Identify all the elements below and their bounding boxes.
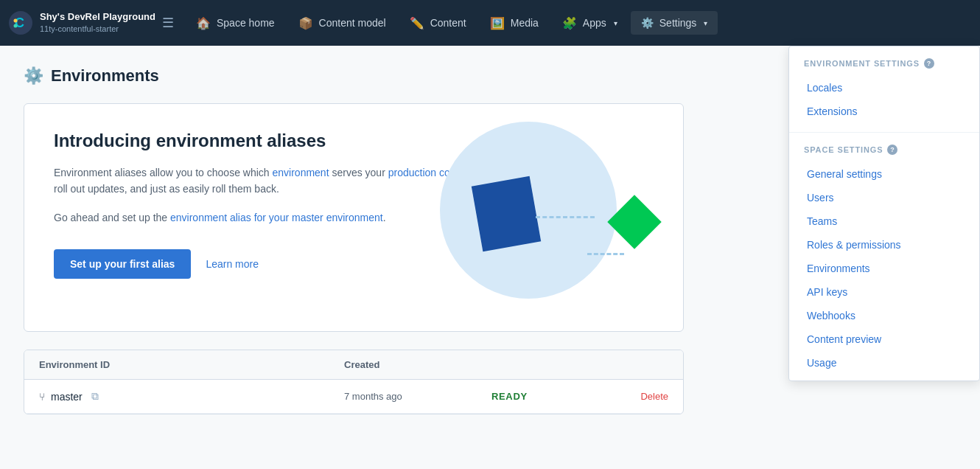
nav-item-content[interactable]: ✏️ Content (399, 10, 477, 36)
nav-item-content-model[interactable]: 📦 Content model (288, 10, 396, 36)
page-gear-icon: ⚙️ (24, 66, 43, 86)
dropdown-item-content-preview[interactable]: Content preview (804, 327, 965, 351)
created-cell: 7 months ago (344, 391, 491, 402)
env-settings-help-icon[interactable]: ? (924, 58, 934, 69)
nav-item-apps[interactable]: 🧩 Apps ▾ (552, 10, 628, 36)
dropdown-item-extensions[interactable]: Extensions (804, 100, 965, 123)
col-header-created: Created (344, 359, 491, 370)
dropdown-item-roles-permissions[interactable]: Roles & permissions (804, 233, 965, 257)
page-title: Environments (51, 66, 159, 86)
table-header: Environment ID Created (24, 350, 683, 380)
brand-name: Shy's DevRel Playground (40, 11, 155, 24)
env-id-cell: ⑂ master ⧉ (39, 390, 344, 403)
dropdown-item-locales[interactable]: Locales (804, 76, 965, 100)
intro-card-text2: Go ahead and set up the environment alia… (54, 209, 525, 226)
dropdown-item-webhooks[interactable]: Webhooks (804, 304, 965, 327)
content-model-icon: 📦 (298, 16, 313, 30)
svg-text:C: C (15, 15, 24, 30)
space-settings-title: SPACE SETTINGS ? (804, 145, 965, 155)
intro-link-alias[interactable]: environment alias for your master enviro… (170, 212, 383, 223)
content-icon: ✏️ (410, 16, 424, 30)
settings-caret-icon: ▾ (704, 19, 707, 27)
media-icon: 🖼️ (490, 16, 505, 30)
brand: C Shy's DevRel Playground 11ty-contentfu… (9, 11, 156, 35)
space-settings-section: SPACE SETTINGS ? General settings Users … (789, 136, 979, 381)
intro-card-actions: Set up your first alias Learn more (54, 249, 654, 279)
nav-item-space-home[interactable]: 🏠 Space home (186, 10, 285, 36)
delete-button[interactable]: Delete (609, 391, 668, 402)
nav-item-settings[interactable]: ⚙️ Settings ▾ (631, 11, 718, 35)
settings-icon: ⚙️ (641, 17, 654, 29)
nav-item-settings-label: Settings (659, 17, 697, 29)
env-settings-section: ENVIRONMENT SETTINGS ? Locales Extension… (789, 46, 979, 129)
brand-sub: 11ty-contentful-starter (40, 24, 155, 34)
intro-card-text1: Environment aliases allow you to choose … (54, 164, 525, 198)
intro-card: Introducing environment aliases Environm… (24, 103, 684, 332)
intro-link-environment[interactable]: environment (273, 167, 329, 178)
env-id-value: master (51, 391, 83, 403)
table-row: ⑂ master ⧉ 7 months ago READY Delete (24, 380, 683, 414)
deco-green-diamond (607, 195, 662, 249)
apps-icon: 🧩 (562, 16, 577, 30)
dropdown-item-teams[interactable]: Teams (804, 209, 965, 233)
learn-more-link[interactable]: Learn more (206, 258, 259, 270)
intro-card-title: Introducing environment aliases (54, 131, 654, 151)
brand-text: Shy's DevRel Playground 11ty-contentful-… (40, 11, 155, 34)
setup-alias-button[interactable]: Set up your first alias (54, 249, 191, 279)
navbar: C Shy's DevRel Playground 11ty-contentfu… (0, 0, 980, 46)
nav-item-content-model-label: Content model (319, 17, 386, 29)
nav-item-apps-label: Apps (583, 17, 606, 29)
settings-dropdown: ENVIRONMENT SETTINGS ? Locales Extension… (788, 46, 980, 381)
nav-item-media-label: Media (511, 17, 539, 29)
dropdown-item-api-keys[interactable]: API keys (804, 280, 965, 304)
nav-item-content-label: Content (430, 17, 466, 29)
nav-item-space-home-label: Space home (217, 17, 275, 29)
status-badge: READY (491, 391, 609, 402)
page-content: ⚙️ Environments Introducing environment … (0, 46, 707, 435)
branch-icon: ⑂ (39, 391, 45, 403)
nav-item-media[interactable]: 🖼️ Media (480, 10, 549, 36)
brand-logo: C (9, 11, 32, 35)
space-settings-help-icon[interactable]: ? (887, 145, 897, 155)
svg-point-3 (14, 24, 18, 28)
dropdown-item-users[interactable]: Users (804, 186, 965, 209)
nav-items: 🏠 Space home 📦 Content model ✏️ Content … (186, 10, 971, 36)
svg-point-2 (14, 19, 18, 23)
copy-icon[interactable]: ⧉ (91, 390, 99, 403)
page-header: ⚙️ Environments (24, 66, 684, 86)
apps-caret-icon: ▾ (614, 19, 617, 27)
intro-link-production[interactable]: production content (388, 167, 473, 178)
env-settings-title: ENVIRONMENT SETTINGS ? (804, 58, 965, 69)
dropdown-item-usage[interactable]: Usage (804, 351, 965, 375)
col-header-env-id: Environment ID (39, 359, 344, 370)
dropdown-item-environments[interactable]: Environments (804, 257, 965, 280)
deco-dashed-line-1 (536, 216, 595, 218)
environments-table: Environment ID Created ⑂ master ⧉ 7 mont… (24, 350, 684, 414)
dropdown-divider (789, 132, 979, 133)
home-icon: 🏠 (196, 16, 211, 30)
hamburger-button[interactable]: ☰ (156, 9, 180, 37)
dropdown-item-general-settings[interactable]: General settings (804, 162, 965, 186)
